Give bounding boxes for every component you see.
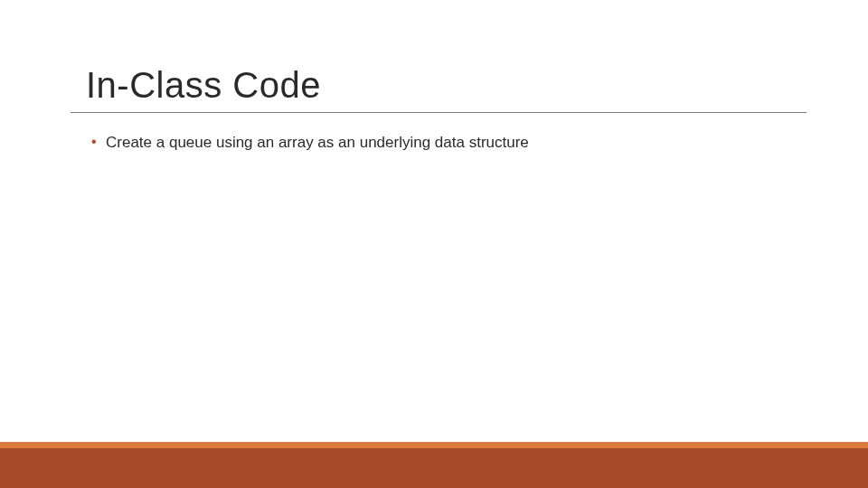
footer-accent-bar bbox=[0, 442, 868, 448]
title-underline bbox=[71, 112, 807, 113]
footer-band bbox=[0, 448, 868, 488]
list-item: Create a queue using an array as an unde… bbox=[86, 132, 796, 154]
slide-title: In-Class Code bbox=[86, 65, 321, 106]
bullet-list: Create a queue using an array as an unde… bbox=[86, 132, 796, 154]
